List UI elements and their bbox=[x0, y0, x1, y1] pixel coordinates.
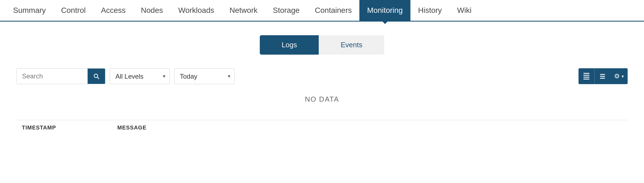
nav-item-wiki[interactable]: Wiki bbox=[449, 0, 479, 21]
nav-item-summary[interactable]: Summary bbox=[5, 0, 53, 21]
nav-item-access[interactable]: Access bbox=[93, 0, 133, 21]
search-container bbox=[16, 68, 105, 84]
no-data-message: NO DATA bbox=[16, 95, 628, 104]
search-input[interactable] bbox=[17, 69, 88, 84]
settings-button[interactable]: ⚙ ▾ bbox=[610, 68, 628, 84]
nav-item-workloads[interactable]: Workloads bbox=[171, 0, 222, 21]
levels-dropdown-wrapper: All LevelsDebugInfoWarningError ▾ bbox=[110, 68, 170, 84]
events-tab[interactable]: Events bbox=[319, 35, 384, 55]
list-full-icon bbox=[583, 73, 589, 79]
nav-item-control[interactable]: Control bbox=[53, 0, 93, 21]
time-dropdown[interactable]: TodayLast HourLast 24 HoursLast 7 DaysCu… bbox=[174, 68, 235, 84]
nav-item-nodes[interactable]: Nodes bbox=[133, 0, 171, 21]
view-toggle-group: Logs Events bbox=[16, 35, 628, 55]
nav-item-storage[interactable]: Storage bbox=[265, 0, 307, 21]
main-content: Logs Events All LevelsDebugInfoWarningEr… bbox=[0, 22, 644, 135]
search-button[interactable] bbox=[88, 69, 105, 84]
message-column-header: MESSAGE bbox=[112, 125, 628, 131]
list-compact-button[interactable] bbox=[594, 68, 610, 84]
svg-point-0 bbox=[94, 74, 98, 78]
nav-item-containers[interactable]: Containers bbox=[307, 0, 359, 21]
svg-line-1 bbox=[97, 77, 99, 79]
levels-dropdown[interactable]: All LevelsDebugInfoWarningError bbox=[110, 68, 170, 84]
view-controls: ⚙ ▾ bbox=[579, 68, 628, 84]
time-dropdown-wrapper: TodayLast HourLast 24 HoursLast 7 DaysCu… bbox=[174, 68, 235, 84]
nav-item-network[interactable]: Network bbox=[222, 0, 265, 21]
search-icon bbox=[93, 73, 100, 79]
filter-row: All LevelsDebugInfoWarningError ▾ TodayL… bbox=[16, 68, 628, 84]
timestamp-column-header: TIMESTAMP bbox=[16, 125, 112, 131]
nav-item-monitoring[interactable]: Monitoring bbox=[359, 0, 410, 21]
logs-tab[interactable]: Logs bbox=[260, 35, 319, 55]
chevron-down-icon: ▾ bbox=[622, 74, 624, 79]
list-full-button[interactable] bbox=[579, 68, 594, 84]
navigation-bar: SummaryControlAccessNodesWorkloadsNetwor… bbox=[0, 0, 644, 22]
nav-item-history[interactable]: History bbox=[410, 0, 449, 21]
list-compact-icon bbox=[600, 74, 605, 79]
table-header: TIMESTAMP MESSAGE bbox=[16, 120, 628, 135]
gear-icon: ⚙ bbox=[614, 72, 620, 80]
